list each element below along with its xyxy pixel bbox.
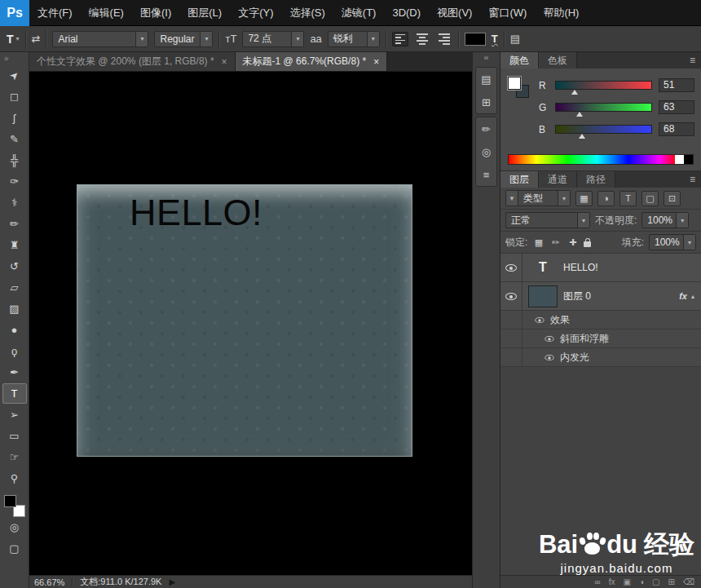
slider-handle[interactable] — [579, 134, 585, 139]
new-group-icon[interactable]: ▢ — [652, 576, 659, 588]
tab-swatches[interactable]: 色板 — [539, 52, 577, 69]
close-icon[interactable]: × — [222, 56, 227, 68]
filter-shape-layers-icon[interactable]: ▢ — [641, 191, 659, 206]
zoom-tool[interactable]: ⚲ — [2, 468, 27, 489]
tool-preset-picker[interactable]: T ▾ — [7, 33, 20, 46]
menu-item-type[interactable]: 文字(Y) — [230, 0, 281, 25]
foreground-color-swatch[interactable] — [4, 495, 16, 507]
filter-smart-object-icon[interactable]: ⊡ — [664, 191, 681, 206]
layer-thumbnail[interactable] — [528, 285, 558, 307]
layer-name[interactable]: 图层 0 — [563, 290, 591, 303]
pen-tool[interactable]: ✒ — [2, 362, 27, 382]
slider-handle[interactable] — [576, 112, 583, 117]
effect-bevel-emboss-row[interactable]: 斜面和浮雕 — [500, 329, 701, 348]
layer-effects-badge[interactable]: fx ▴ — [679, 291, 701, 301]
healing-brush-tool[interactable]: ⚕ — [2, 192, 27, 213]
canvas-text[interactable]: HELLO! — [130, 192, 262, 234]
clone-source-panel-icon[interactable]: ◎ — [476, 140, 496, 163]
hand-tool[interactable]: ☞ — [2, 447, 27, 467]
status-menu-arrow-icon[interactable]: ▶ — [169, 577, 175, 586]
lock-image-icon[interactable]: ✏ — [549, 237, 562, 248]
color-swatch-pair[interactable] — [508, 77, 532, 101]
fill-select[interactable]: 100% ▾ — [649, 234, 696, 250]
eraser-tool[interactable]: ▱ — [2, 277, 27, 298]
close-icon[interactable]: × — [373, 56, 379, 68]
document-canvas[interactable]: HELLO! — [77, 184, 412, 457]
dock-collapse-icon[interactable]: « — [473, 52, 500, 64]
font-style-select[interactable]: Regular ▾ — [154, 31, 213, 47]
styles-panel-icon[interactable]: ▤ — [476, 68, 496, 91]
filter-type-layers-icon[interactable]: T — [619, 191, 637, 206]
lock-transparency-icon[interactable]: ▦ — [532, 237, 544, 248]
character-panel-icon[interactable]: ≡ — [476, 163, 496, 186]
layer-row-pixel[interactable]: 图层 0 fx ▴ — [500, 282, 701, 311]
eyedropper-tool[interactable]: ✑ — [2, 171, 27, 192]
document-tab-1[interactable]: 个性文字效果 @ 200% (图层 1, RGB/8) * × — [29, 52, 236, 71]
blue-value-field[interactable]: 68 — [659, 122, 694, 136]
screen-mode-button[interactable]: ▢ — [2, 538, 27, 559]
menu-item-image[interactable]: 图像(I) — [132, 0, 179, 25]
new-layer-icon[interactable]: ⊞ — [668, 576, 674, 588]
zoom-level-field[interactable]: 66.67% — [34, 577, 64, 587]
layer-name[interactable]: HELLO! — [563, 262, 598, 273]
effect-inner-glow-row[interactable]: 内发光 — [500, 348, 701, 367]
dodge-tool[interactable]: ϙ — [2, 341, 27, 361]
align-left-button[interactable] — [392, 32, 408, 46]
gradient-tool[interactable]: ▨ — [2, 298, 27, 319]
menu-item-3d[interactable]: 3D(D) — [384, 0, 429, 25]
quick-mask-button[interactable]: ◎ — [2, 517, 27, 537]
font-size-select[interactable]: 72 点 ▾ — [242, 31, 304, 47]
layer-style-icon[interactable]: fx — [609, 576, 615, 588]
rectangle-tool[interactable]: ▭ — [2, 426, 27, 446]
visibility-cell[interactable] — [500, 254, 522, 281]
delete-layer-icon[interactable]: ⌫ — [683, 576, 694, 588]
layer-mask-icon[interactable]: ▣ — [624, 576, 631, 588]
blur-tool[interactable]: ● — [2, 320, 27, 340]
front-color-swatch[interactable] — [508, 77, 521, 90]
tab-layers[interactable]: 图层 — [500, 171, 539, 188]
move-tool[interactable]: ➤ — [2, 65, 27, 86]
eye-icon[interactable] — [505, 264, 517, 272]
eye-icon[interactable] — [544, 354, 553, 360]
effects-label[interactable]: 效果 — [550, 313, 570, 327]
eye-icon[interactable] — [535, 316, 544, 322]
menu-item-view[interactable]: 视图(V) — [429, 0, 480, 25]
white-black-swatches[interactable] — [675, 155, 693, 164]
text-layer-thumbnail[interactable]: T — [528, 257, 558, 279]
text-color-swatch[interactable] — [465, 33, 486, 46]
document-tab-2[interactable]: 未标题-1 @ 66.7%(RGB/8) * × — [236, 52, 388, 71]
panel-menu-icon[interactable]: ≡ — [684, 171, 701, 188]
green-value-field[interactable]: 63 — [659, 100, 694, 114]
effect-label[interactable]: 斜面和浮雕 — [560, 332, 609, 346]
menu-item-window[interactable]: 窗口(W) — [480, 0, 535, 25]
blue-slider[interactable] — [555, 125, 652, 134]
lock-all-icon[interactable] — [584, 241, 591, 247]
menu-item-filter[interactable]: 滤镜(T) — [333, 0, 385, 25]
eye-icon[interactable] — [544, 335, 553, 341]
clone-stamp-tool[interactable]: ♜ — [2, 235, 27, 255]
text-orientation-toggle-icon[interactable]: ⇄ — [32, 33, 41, 45]
menu-item-layer[interactable]: 图层(L) — [179, 0, 230, 25]
foreground-background-swatches[interactable] — [4, 495, 25, 517]
menu-item-help[interactable]: 帮助(H) — [535, 0, 587, 25]
history-brush-tool[interactable]: ↺ — [2, 256, 27, 276]
slider-handle[interactable] — [571, 90, 578, 95]
brush-panel-icon[interactable]: ✏ — [476, 117, 496, 140]
link-layers-icon[interactable]: ∞ — [595, 576, 601, 588]
tab-color[interactable]: 颜色 — [500, 52, 539, 69]
align-right-button[interactable] — [436, 32, 452, 46]
filter-pixel-layers-icon[interactable]: ▦ — [575, 191, 593, 206]
type-tool[interactable]: T — [2, 383, 27, 404]
brush-tool[interactable]: ✏ — [2, 214, 27, 234]
blend-mode-select[interactable]: 正常 ▾ — [505, 212, 590, 228]
align-center-button[interactable] — [414, 32, 430, 46]
effects-row[interactable]: 效果 — [500, 311, 701, 329]
rectangular-marquee-tool[interactable]: ◻ — [2, 86, 27, 107]
menu-item-select[interactable]: 选择(S) — [281, 0, 333, 25]
filter-adjustment-layers-icon[interactable]: ◑ — [597, 191, 615, 206]
panel-menu-icon[interactable]: ≡ — [684, 52, 701, 69]
lock-position-icon[interactable]: ✚ — [567, 237, 579, 248]
visibility-cell[interactable] — [500, 282, 522, 310]
color-spectrum-ramp[interactable] — [508, 154, 694, 165]
tab-paths[interactable]: 路径 — [577, 171, 615, 188]
